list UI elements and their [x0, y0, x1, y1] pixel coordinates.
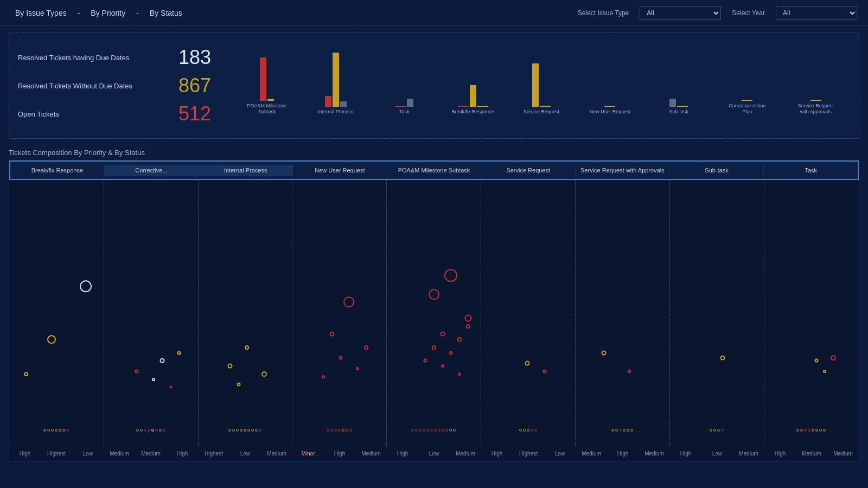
dot	[59, 429, 61, 432]
dot	[721, 429, 724, 432]
bubble-13	[343, 297, 354, 307]
bar-breakfix-line-red	[458, 106, 469, 107]
nav-filters: Select Issue Type All Select Year All	[578, 7, 857, 20]
dot	[627, 429, 629, 432]
col-header-corrective[interactable]: Corrective...	[105, 165, 199, 176]
dots-col8	[669, 428, 764, 433]
xlabel-medium-6: Medium	[576, 446, 607, 461]
bubble-30	[525, 361, 530, 366]
bubble-17	[356, 367, 359, 370]
dot	[247, 429, 250, 432]
dot	[342, 429, 344, 432]
bar-service-line-gold	[540, 106, 551, 107]
bar-group-corrective: Corrective ActionPlan	[713, 36, 781, 115]
bubble-16	[339, 356, 342, 360]
bubble-6	[177, 351, 181, 355]
bubble-18	[322, 375, 325, 378]
nav-by-status[interactable]: By Status	[145, 7, 187, 20]
dot	[717, 429, 720, 432]
col-header-newuser[interactable]: New User Request	[293, 165, 387, 176]
dot	[411, 429, 414, 432]
dot	[140, 429, 143, 432]
dot	[338, 429, 341, 432]
dot	[611, 429, 614, 432]
bubble-36	[814, 359, 818, 363]
bubble-11	[261, 371, 267, 377]
vdivider-5	[481, 180, 481, 446]
dot	[148, 429, 150, 432]
bar-label-internal: Internal Process	[318, 109, 353, 115]
dot	[232, 429, 235, 432]
open-tickets-value: 512	[178, 102, 211, 125]
bar-group-task: Task	[370, 42, 438, 115]
bubble-23	[457, 337, 462, 342]
vdivider-2	[198, 180, 199, 446]
bar-task-line-red	[395, 106, 406, 107]
year-select[interactable]: All	[776, 7, 857, 20]
nav-by-priority[interactable]: By Priority	[86, 7, 130, 20]
dot	[47, 429, 50, 432]
xlabel-medium-9: Medium	[796, 446, 827, 461]
col-header-service-approvals[interactable]: Service Request with Approvals	[576, 165, 670, 176]
xlabel-medium-2: Medium	[135, 446, 167, 461]
dots-col2	[104, 428, 198, 433]
dot	[619, 429, 622, 432]
dot	[66, 429, 69, 432]
vdivider-6	[575, 180, 576, 446]
summary-section: Resolved Tickets having Due Dates 183 Re…	[9, 33, 859, 139]
nav-sep-1: -	[78, 9, 80, 17]
bubble-20	[429, 289, 439, 300]
dot	[259, 429, 261, 432]
bar-poam-red	[260, 57, 266, 101]
xlabel-medium-10: Medium	[827, 446, 859, 461]
bar-breakfix-line-gold	[477, 106, 488, 107]
xlabel-low-3: Low	[418, 446, 450, 461]
dot	[55, 429, 58, 432]
dot	[453, 429, 456, 432]
vdivider-1	[104, 180, 104, 446]
dot	[430, 429, 433, 432]
col-header-breakfix[interactable]: Break/fix Response	[10, 165, 105, 176]
dot	[527, 429, 529, 432]
bubble-3	[24, 372, 28, 376]
dot	[531, 429, 533, 432]
bubble-25	[449, 351, 453, 355]
dot	[327, 429, 329, 432]
bar-internal-gold	[333, 53, 339, 107]
bar-label-newuser: New User Request	[590, 109, 631, 115]
stat-row-resolved-with-due: Resolved Tickets having Due Dates 183	[18, 46, 211, 69]
bubble-34	[720, 356, 725, 361]
filter-label-year: Select Year	[732, 9, 765, 17]
bubble-chart-container: Break/fix Response Corrective... Interna…	[9, 160, 859, 461]
dot	[244, 429, 246, 432]
col-header-poam[interactable]: POA&M Milestone Subtask	[387, 165, 482, 176]
bubble-19	[444, 269, 457, 282]
dot	[815, 429, 818, 432]
dot	[713, 429, 716, 432]
col-header-task[interactable]: Task	[764, 165, 858, 176]
dot	[812, 429, 814, 432]
col-header-subtask[interactable]: Sub-task	[670, 165, 764, 176]
dot	[346, 429, 348, 432]
bubble-29	[458, 373, 461, 376]
dot	[330, 429, 333, 432]
bar-group-subtask: Sub-task	[644, 42, 713, 115]
dot	[710, 429, 712, 432]
bar-subtask-line-gold	[677, 106, 688, 107]
nav-by-issue-types[interactable]: By Issue Types	[11, 7, 71, 20]
dot	[159, 429, 162, 432]
xlabel-medium-7: Medium	[639, 446, 670, 461]
issue-type-select[interactable]: All	[640, 7, 721, 20]
x-axis-labels: High Highest Low Medium Medium High High…	[9, 446, 859, 461]
bubble-7	[152, 378, 155, 381]
col-header-service[interactable]: Service Request	[481, 165, 576, 176]
xlabel-medium-4: Medium	[355, 446, 387, 461]
col-headers-row: Break/fix Response Corrective... Interna…	[9, 160, 859, 180]
dots-col1	[9, 428, 104, 433]
bar-group-breakfix: Break/fix Response	[438, 42, 507, 115]
open-tickets-label: Open Tickets	[18, 110, 170, 118]
bubble-plot-area	[9, 180, 859, 446]
col-header-internal[interactable]: Internal Process	[199, 165, 293, 176]
xlabel-medium-5: Medium	[450, 446, 481, 461]
bar-task-gray	[407, 99, 413, 107]
